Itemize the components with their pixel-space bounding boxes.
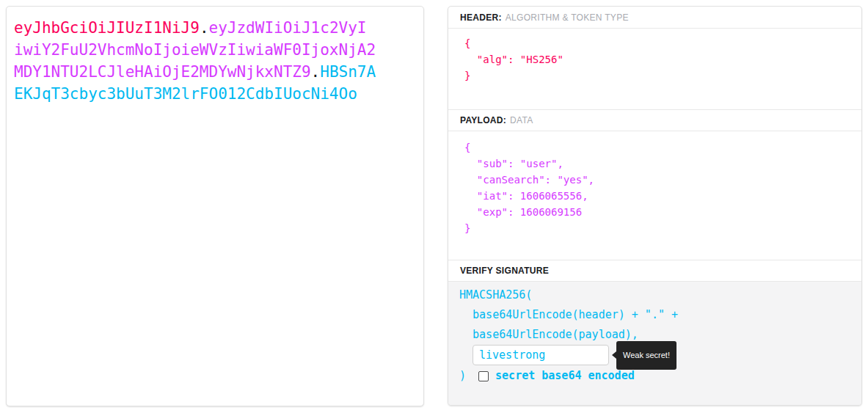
payload-json-line: }: [464, 220, 861, 236]
secret-input[interactable]: [473, 345, 609, 365]
header-json-line: {: [464, 35, 861, 51]
encoded-token-panel[interactable]: eyJhbGciOiJIUzI1NiJ9.eyJzdWIiOiJ1c2VyIiw…: [6, 6, 424, 406]
hmac-function-line: HMACSHA256(: [459, 285, 861, 305]
token-dot-1: .: [200, 19, 209, 37]
header-json-line: }: [464, 67, 861, 84]
closing-paren: ): [459, 366, 473, 386]
signature-section-titlebar: VERIFY SIGNATURE: [448, 260, 861, 282]
payload-json-editor[interactable]: { "sub": "user", "canSearch": "yes", "ia…: [448, 131, 861, 260]
header-json-editor[interactable]: { "alg": "HS256" }: [448, 29, 861, 109]
encoded-token-text[interactable]: eyJhbGciOiJIUzI1NiJ9.eyJzdWIiOiJ1c2VyIiw…: [14, 17, 376, 105]
header-section-titlebar: HEADER: ALGORITHM & TOKEN TYPE: [448, 7, 861, 29]
encode-header-line: base64UrlEncode(header) + "." +: [459, 305, 861, 325]
payload-json-line: "iat": 1606065556,: [464, 188, 861, 204]
decoded-panel: HEADER: ALGORITHM & TOKEN TYPE { "alg": …: [448, 6, 862, 406]
payload-json-line: {: [464, 139, 861, 156]
payload-json-line: "canSearch": "yes",: [464, 172, 861, 188]
signature-section-label: VERIFY SIGNATURE: [460, 266, 549, 276]
payload-section-titlebar: PAYLOAD: DATA: [448, 109, 861, 131]
header-section-sublabel: ALGORITHM & TOKEN TYPE: [506, 12, 629, 23]
token-dot-2: .: [311, 63, 321, 81]
payload-json-line: "sub": "user",: [464, 156, 861, 172]
payload-json-line: "exp": 1606069156: [464, 204, 861, 220]
secret-base64-checkbox[interactable]: [478, 371, 489, 381]
payload-section-sublabel: DATA: [510, 115, 533, 125]
signature-body: HMACSHA256( base64UrlEncode(header) + ".…: [448, 282, 861, 405]
payload-section-label: PAYLOAD:: [460, 115, 506, 125]
tooltip-text: Weak secret!: [616, 341, 676, 370]
header-section-label: HEADER:: [460, 12, 502, 23]
token-header-segment: eyJhbGciOiJIUzI1NiJ9: [14, 19, 200, 37]
header-json-line: "alg": "HS256": [464, 51, 861, 67]
secret-row: Weak secret!: [473, 345, 861, 365]
weak-secret-tooltip: Weak secret!: [612, 341, 676, 370]
